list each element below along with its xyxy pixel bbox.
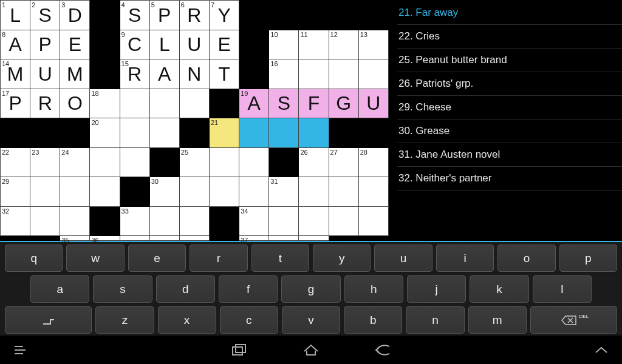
key-p[interactable]: p	[559, 244, 617, 272]
grid-cell[interactable]: 33	[120, 206, 149, 236]
key-j[interactable]: j	[407, 275, 466, 303]
grid-cell[interactable]	[299, 206, 329, 236]
grid-cell[interactable]: U	[358, 89, 388, 118]
grid-cell[interactable]	[329, 177, 358, 207]
grid-cell[interactable]: 23	[30, 147, 60, 177]
key-t[interactable]: t	[251, 244, 309, 272]
grid-cell[interactable]	[299, 236, 329, 241]
clue-list[interactable]: 21. Far away22. Cries25. Peanut butter b…	[389, 0, 622, 241]
grid-cell[interactable]: 14M	[1, 59, 30, 89]
grid-cell[interactable]: 3D	[60, 1, 90, 30]
clue-item[interactable]: 30. Grease	[397, 120, 622, 143]
grid-cell[interactable]: 21	[209, 118, 239, 148]
key-o[interactable]: o	[497, 244, 555, 272]
clue-item[interactable]: 21. Far away	[397, 1, 622, 25]
grid-cell[interactable]: 4S	[120, 1, 149, 30]
grid-cell[interactable]: 25	[179, 147, 209, 177]
grid-cell[interactable]: E	[60, 30, 90, 59]
grid-cell[interactable]: 28	[358, 147, 388, 177]
key-f[interactable]: f	[219, 275, 278, 303]
key-k[interactable]: k	[470, 275, 528, 303]
grid-cell[interactable]	[120, 147, 149, 177]
grid-cell[interactable]: A	[149, 59, 179, 89]
grid-cell[interactable]	[299, 177, 329, 207]
clue-item[interactable]: 22. Cries	[397, 25, 622, 49]
grid-cell[interactable]: 22	[1, 147, 30, 177]
grid-cell[interactable]: 26	[299, 147, 329, 177]
grid-cell[interactable]: 30	[149, 177, 179, 207]
grid-cell[interactable]: G	[329, 89, 358, 118]
key-g[interactable]: g	[281, 275, 340, 303]
grid-cell[interactable]: U	[179, 30, 209, 59]
grid-cell[interactable]: 27	[329, 147, 358, 177]
recent-apps-icon[interactable]	[231, 342, 248, 359]
grid-cell[interactable]: 13	[358, 30, 388, 59]
key-w[interactable]: w	[66, 244, 124, 272]
grid-cell[interactable]: 18	[90, 89, 120, 118]
grid-cell[interactable]: 9C	[120, 30, 149, 59]
grid-cell[interactable]	[149, 206, 179, 236]
clue-item[interactable]: 32. Neither's partner	[397, 167, 622, 190]
grid-cell[interactable]	[179, 177, 209, 207]
key-i[interactable]: i	[436, 244, 494, 272]
grid-cell[interactable]: L	[149, 30, 179, 59]
grid-cell[interactable]	[269, 236, 299, 241]
grid-cell[interactable]: O	[60, 89, 90, 118]
grid-cell[interactable]	[358, 59, 388, 89]
clue-item[interactable]: 26. Patriots' grp.	[397, 72, 622, 96]
grid-cell[interactable]: S	[269, 89, 299, 118]
grid-cell[interactable]	[299, 118, 329, 148]
grid-cell[interactable]	[90, 177, 120, 207]
grid-cell[interactable]	[120, 236, 149, 241]
grid-cell[interactable]	[269, 118, 299, 148]
key-z[interactable]: z	[95, 306, 154, 334]
key-a[interactable]: a	[30, 275, 89, 303]
grid-cell[interactable]	[299, 59, 329, 89]
grid-cell[interactable]: 37	[239, 236, 269, 241]
grid-cell[interactable]: 17P	[1, 89, 30, 118]
key-delete[interactable]: DEL	[530, 306, 617, 334]
grid-cell[interactable]	[329, 206, 358, 236]
grid-cell[interactable]	[358, 177, 388, 207]
key-e[interactable]: e	[128, 244, 186, 272]
home-icon[interactable]	[302, 342, 320, 359]
grid-cell[interactable]	[239, 147, 269, 177]
grid-cell[interactable]: 1L	[1, 1, 30, 30]
key-v[interactable]: v	[282, 306, 340, 334]
grid-cell[interactable]: 7Y	[209, 1, 239, 30]
key-n[interactable]: n	[406, 306, 464, 334]
grid-cell[interactable]	[60, 206, 90, 236]
grid-cell[interactable]: 6R	[179, 1, 209, 30]
grid-cell[interactable]: 11	[299, 30, 329, 59]
expand-icon[interactable]	[593, 342, 610, 359]
grid-cell[interactable]: F	[299, 89, 329, 118]
grid-cell[interactable]: 5P	[149, 1, 179, 30]
grid-cell[interactable]	[209, 177, 239, 207]
grid-cell[interactable]: 34	[239, 206, 269, 236]
clue-item[interactable]: 31. Jane Austen novel	[397, 143, 622, 167]
grid-cell[interactable]	[149, 118, 179, 148]
key-b[interactable]: b	[344, 306, 402, 334]
grid-cell[interactable]: 12	[329, 30, 358, 59]
grid-cell[interactable]: 19A	[239, 89, 269, 118]
key-u[interactable]: u	[374, 244, 432, 272]
clue-item[interactable]: 29. Cheese	[397, 96, 622, 120]
grid-cell[interactable]: E	[209, 30, 239, 59]
grid-cell[interactable]: 8A	[1, 30, 30, 59]
key-x[interactable]: x	[158, 306, 216, 334]
grid-cell[interactable]	[269, 206, 299, 236]
crossword-grid[interactable]: 1L2S3D4S5P6R7Y8APE9CLUE1011121314MUM15RA…	[0, 0, 389, 241]
grid-cell[interactable]	[149, 89, 179, 118]
grid-cell[interactable]: 20	[90, 118, 120, 148]
key-h[interactable]: h	[344, 275, 403, 303]
grid-cell[interactable]: M	[60, 59, 90, 89]
key-r[interactable]: r	[190, 244, 247, 272]
grid-cell[interactable]	[239, 177, 269, 207]
key-m[interactable]: m	[468, 306, 527, 334]
grid-cell[interactable]	[149, 236, 179, 241]
menu-icon[interactable]	[12, 342, 29, 359]
grid-cell[interactable]	[179, 236, 209, 241]
grid-cell[interactable]: 35	[60, 236, 90, 241]
keyboard[interactable]: qwertyuiopasdfghjklzxcvbnmDEL	[0, 241, 622, 335]
grid-cell[interactable]	[239, 118, 269, 148]
